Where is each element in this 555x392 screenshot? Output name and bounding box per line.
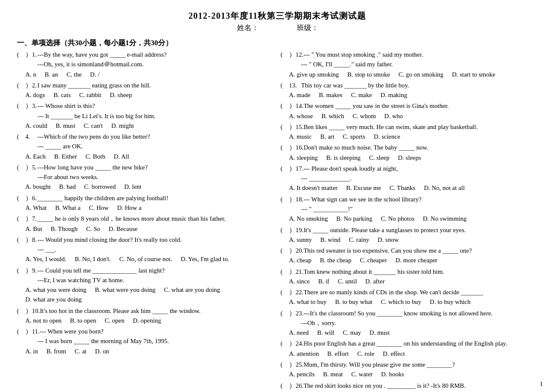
question-line: (）26.The red skirt looks nice on you . _… bbox=[281, 381, 538, 391]
question-line: (）18.--- What sign can we see in the sch… bbox=[281, 195, 538, 204]
page-number: 1 bbox=[540, 380, 544, 387]
question-number: 13. bbox=[289, 81, 301, 90]
question-line: (）22.There are so manly kinds of CDs in … bbox=[281, 288, 538, 297]
question-text: ---It's the classroom! So you ________ k… bbox=[303, 309, 492, 318]
question-line: (13.This toy car was _______ by the litt… bbox=[281, 81, 538, 90]
question-line: (）19.It's _____ outside. Please take a s… bbox=[281, 226, 538, 235]
option: A. what you were doing bbox=[25, 285, 86, 295]
options-row: A. WhatB. What aC. HowD. How a bbox=[17, 203, 274, 213]
option: B. stop to smoke bbox=[347, 70, 390, 80]
option: D. to buy which bbox=[430, 297, 471, 307]
options-row: A. whoseB. whichC. whomD. who bbox=[281, 112, 538, 121]
option: C. go on smoking bbox=[398, 70, 443, 80]
option: C. water bbox=[351, 370, 373, 379]
options-row: A. cheapB. the cheapC. cheaperD. more ch… bbox=[281, 256, 538, 265]
option: D. what are you doing bbox=[25, 295, 82, 305]
question-number: ）24. bbox=[289, 339, 303, 349]
options-row: A. No smokingB. No parkingC. No photosD.… bbox=[281, 214, 538, 224]
option: B. to open bbox=[70, 316, 96, 326]
answer-bracket: ( bbox=[17, 214, 25, 224]
option: B. must bbox=[56, 121, 75, 131]
option: C. sleep bbox=[369, 153, 390, 163]
answer-bracket: ( bbox=[17, 306, 25, 316]
answer-bracket: ( bbox=[281, 143, 289, 153]
option: D. effect bbox=[383, 349, 405, 359]
question-block: (）18.--- What sign can we see in the sch… bbox=[281, 195, 538, 224]
answer-bracket: ( bbox=[281, 267, 289, 277]
option: B. from bbox=[46, 347, 66, 356]
options-row: A. dogsB. catsC. rabbitD. sheep bbox=[17, 90, 274, 100]
options-row: A. ButB. ThoughC. SoD. Because bbox=[17, 224, 274, 234]
question-block: (）8.--- Would you mind closing the door?… bbox=[17, 235, 274, 265]
question-block: (）22.There are so manly kinds of CDs in … bbox=[281, 288, 538, 308]
options-row: A. EachB. EitherC. BothD. All bbox=[17, 152, 274, 162]
question-line: (）24.His poor English has a great ______… bbox=[281, 339, 538, 349]
question-line: (）15.Ben likes _____ very much. He can s… bbox=[281, 122, 538, 132]
question-line: (）25.Mum, I'm thirsty. Will you please g… bbox=[281, 360, 538, 370]
options-row: A. pencilsB. meatC. waterD. books bbox=[281, 370, 538, 379]
question-number: ）5. bbox=[25, 163, 37, 172]
option: B. if bbox=[318, 277, 329, 286]
option: A. dogs bbox=[25, 90, 45, 100]
option: D. science bbox=[374, 132, 401, 142]
option: A. attention bbox=[289, 349, 319, 359]
question-text: --- What sign can we see in the school l… bbox=[303, 195, 421, 204]
options-row: A. inB. fromC. atD. on bbox=[17, 347, 274, 356]
option: B. which bbox=[322, 112, 344, 121]
question-line: (）20.This red sweater is too expensive. … bbox=[281, 246, 538, 256]
option: C. sports bbox=[343, 132, 365, 142]
option: B. is sleeping bbox=[326, 153, 361, 163]
option: C. Thanks bbox=[390, 183, 416, 193]
option: B. What a bbox=[55, 203, 80, 213]
option: B. an bbox=[45, 70, 58, 80]
question-line: (）21.Tom knew nothing about it _______ h… bbox=[281, 267, 538, 277]
option: D. lent bbox=[124, 182, 142, 192]
options-row: A. attentionB. effortC. roleD. effect bbox=[281, 349, 538, 359]
option: D. making bbox=[381, 90, 407, 100]
option: A. what to buy bbox=[289, 297, 326, 307]
option: B. the cheap bbox=[320, 256, 351, 265]
option: B. had bbox=[59, 182, 75, 192]
question-number: ）10. bbox=[25, 306, 40, 316]
answer-bracket: ( bbox=[281, 122, 289, 132]
answer-bracket: ( bbox=[281, 101, 289, 111]
option: D. start to smoke bbox=[452, 70, 495, 80]
question-line: (）23.---It's the classroom! So you _____… bbox=[281, 309, 538, 318]
question-text: This red sweater is too expensive. Can y… bbox=[303, 246, 472, 256]
question-number: ）23. bbox=[289, 309, 303, 318]
options-row: A. madeB. makesC. makeD. making bbox=[281, 90, 538, 100]
dialog-line: --- ___. bbox=[17, 245, 274, 254]
question-block: (）1.---By the way, have you got _____ e-… bbox=[17, 50, 274, 80]
question-line: (）8.--- Would you mind closing the door?… bbox=[17, 235, 274, 245]
option: A. sleeping bbox=[289, 153, 318, 163]
question-block: (）26.The red skirt looks nice on you . _… bbox=[281, 381, 538, 393]
dialog-line: --- I was born _____ the morning of May … bbox=[17, 337, 274, 346]
question-number: ）9. bbox=[25, 266, 37, 276]
question-number: ）18. bbox=[289, 195, 303, 204]
dialog-line: --- It _______ be Li Lei's. It is too bi… bbox=[17, 112, 274, 121]
options-row: A. needB. willC. mayD. must bbox=[281, 328, 538, 338]
option: A. pencils bbox=[289, 370, 315, 379]
dialog-line: --- _____________. bbox=[281, 174, 538, 183]
answer-bracket: ( bbox=[281, 195, 289, 204]
option: B. what were you doing bbox=[95, 285, 156, 295]
option: D. books bbox=[381, 370, 404, 379]
question-line: (）1.---By the way, have you got _____ e-… bbox=[17, 50, 274, 60]
option: B. meat bbox=[323, 370, 343, 379]
question-block: (）6.________ happily the children are pa… bbox=[17, 194, 274, 213]
option: B. No parking bbox=[336, 214, 372, 224]
answer-bracket: ( bbox=[17, 81, 25, 90]
title-block: 2012-2013年度11秋第三学期期末考试测试题 姓名： 班级： bbox=[17, 11, 538, 33]
option: C. Both bbox=[86, 152, 106, 162]
question-text: ________ happily the children are palyin… bbox=[37, 194, 168, 203]
option: C. rabbit bbox=[79, 90, 101, 100]
question-text: There are so manly kinds of CDs in the s… bbox=[303, 288, 483, 297]
question-number: ）3. bbox=[25, 101, 37, 111]
option: C. what are you doing bbox=[164, 285, 220, 295]
dialog-line: ---For about two weeks. bbox=[17, 172, 274, 182]
option: A. But bbox=[25, 224, 42, 234]
question-line: (）6.________ happily the children are pa… bbox=[17, 194, 274, 203]
answer-bracket: ( bbox=[17, 266, 25, 276]
question-block: (13.This toy car was _______ by the litt… bbox=[281, 81, 538, 101]
question-text: ---By the way, have you got _____ e-mail… bbox=[37, 50, 166, 60]
